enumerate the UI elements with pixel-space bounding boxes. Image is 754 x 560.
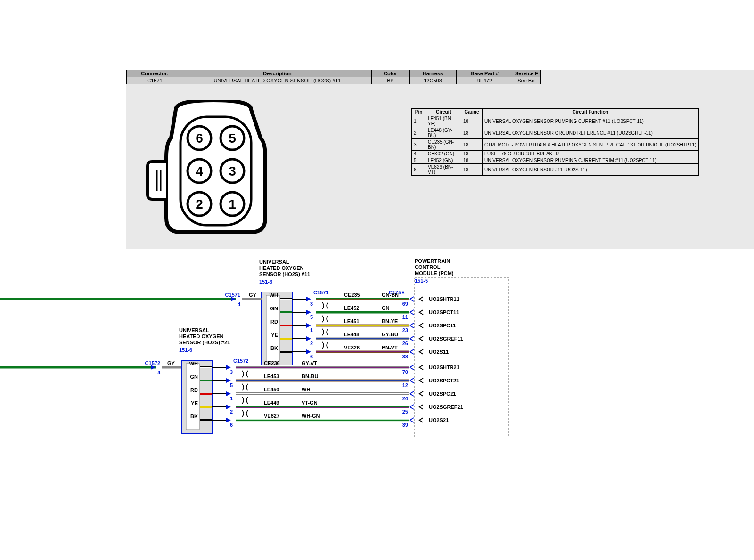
hdr-col: Connector: xyxy=(127,70,183,77)
pt-cell: 18 xyxy=(461,139,483,151)
svg-text:6: 6 xyxy=(230,422,233,428)
svg-text:GY-VT: GY-VT xyxy=(302,360,317,366)
pin-function-table: Pin Circuit Gauge Circuit Function 1LE45… xyxy=(411,108,699,176)
svg-text:UO2S11: UO2S11 xyxy=(429,349,449,355)
svg-text:UO2S21: UO2S21 xyxy=(429,417,449,423)
hdr-val: 9F472 xyxy=(457,77,513,84)
pt-cell: CE235 (GN-BN) xyxy=(426,139,461,151)
svg-text:23: 23 xyxy=(402,327,408,333)
svg-text:BN-VT: BN-VT xyxy=(382,345,398,350)
svg-text:12: 12 xyxy=(402,382,408,388)
svg-text:151-6: 151-6 xyxy=(179,347,192,353)
svg-text:2: 2 xyxy=(310,341,313,346)
svg-text:YE: YE xyxy=(271,332,278,338)
svg-text:6: 6 xyxy=(310,354,313,359)
svg-text:RD: RD xyxy=(270,319,278,325)
pt-cell: 3 xyxy=(412,139,426,151)
svg-text:MODULE (PCM): MODULE (PCM) xyxy=(415,270,454,276)
svg-text:UNIVERSAL: UNIVERSAL xyxy=(179,327,209,333)
pin-num: 2 xyxy=(196,197,203,211)
pt-cell: 1 xyxy=(412,115,426,127)
svg-text:WH: WH xyxy=(189,361,198,366)
svg-text:UO2SHTR21: UO2SHTR21 xyxy=(429,365,459,370)
svg-text:LE449: LE449 xyxy=(264,400,279,406)
svg-text:CONTROL: CONTROL xyxy=(415,264,441,270)
svg-text:SENSOR (HO2S) #21: SENSOR (HO2S) #21 xyxy=(179,340,230,345)
pt-cell: 2 xyxy=(412,127,426,139)
pt-cell: UNIVERSAL OXYGEN SENSOR PUMPING CURRENT … xyxy=(483,115,699,127)
pt-cell: 4 xyxy=(412,151,426,157)
svg-text:LE450: LE450 xyxy=(264,387,279,392)
pt-cell: CBK02 (GN) xyxy=(426,151,461,157)
svg-text:VE826: VE826 xyxy=(344,345,360,350)
svg-text:BN-YE: BN-YE xyxy=(382,318,398,324)
svg-text:CE236: CE236 xyxy=(264,360,280,366)
svg-text:GN: GN xyxy=(270,306,279,311)
pin-num: 6 xyxy=(196,131,203,146)
pt-cell: LE452 (GN) xyxy=(426,157,461,164)
svg-text:UO2SPCT21: UO2SPCT21 xyxy=(429,378,459,383)
svg-text:70: 70 xyxy=(402,369,408,375)
svg-text:HEATED OXYGEN: HEATED OXYGEN xyxy=(259,265,304,271)
svg-text:151-6: 151-6 xyxy=(259,279,272,284)
pin-num: 3 xyxy=(229,164,236,179)
svg-text:11: 11 xyxy=(402,314,408,320)
pin-num: 4 xyxy=(196,164,203,179)
svg-text:BN-BU: BN-BU xyxy=(302,373,318,379)
svg-text:4: 4 xyxy=(238,301,241,307)
hdr-val: UNIVERSAL HEATED OXYGEN SENSOR (HO2S) #1… xyxy=(183,77,372,84)
svg-text:26: 26 xyxy=(402,341,408,346)
svg-text:24: 24 xyxy=(402,396,409,401)
svg-text:LE452: LE452 xyxy=(344,305,359,311)
header-table: Connector: Description Color Harness Bas… xyxy=(126,70,541,84)
svg-text:C1571: C1571 xyxy=(225,292,240,298)
svg-text:5: 5 xyxy=(310,314,313,320)
svg-text:SENSOR (HO2S) #11: SENSOR (HO2S) #11 xyxy=(259,271,310,277)
svg-text:BK: BK xyxy=(270,345,278,351)
svg-text:39: 39 xyxy=(402,422,408,428)
svg-text:3: 3 xyxy=(310,301,313,307)
hdr-val: See Bel xyxy=(513,77,541,84)
svg-text:GY-BU: GY-BU xyxy=(382,332,398,337)
svg-text:1: 1 xyxy=(230,396,233,401)
hdr-col: Base Part # xyxy=(457,70,513,77)
svg-rect-25 xyxy=(186,364,199,430)
svg-text:UO2SPC21: UO2SPC21 xyxy=(429,391,456,397)
svg-text:3: 3 xyxy=(230,369,233,375)
hdr-val: 12C508 xyxy=(410,77,457,84)
svg-text:4: 4 xyxy=(157,370,161,375)
pt-cell: 6 xyxy=(412,164,426,176)
svg-text:151-5: 151-5 xyxy=(415,278,428,284)
pt-cell: 18 xyxy=(461,127,483,139)
svg-text:LE453: LE453 xyxy=(264,373,279,379)
svg-rect-9 xyxy=(415,278,509,438)
svg-text:C1572: C1572 xyxy=(233,358,248,364)
hdr-col: Color xyxy=(372,70,410,77)
pt-cell: VE826 (BN-VT) xyxy=(426,164,461,176)
pt-cell: 5 xyxy=(412,157,426,164)
svg-text:C1571: C1571 xyxy=(313,290,328,295)
svg-text:GN-BN: GN-BN xyxy=(382,292,399,298)
svg-text:38: 38 xyxy=(402,354,408,359)
pt-cell: LE451 (BN-YE) xyxy=(426,115,461,127)
pt-cell: UNIVERSAL OXYGEN SENSOR GROUND REFERENCE… xyxy=(483,127,699,139)
svg-text:GY: GY xyxy=(167,360,175,366)
svg-text:RD: RD xyxy=(190,387,198,393)
svg-text:WH-GN: WH-GN xyxy=(302,413,320,419)
svg-text:YE: YE xyxy=(191,400,198,406)
hdr-val: C1571 xyxy=(127,77,183,84)
svg-rect-19 xyxy=(266,295,279,361)
pt-cell: UNIVERSAL OXYGEN SENSOR #11 (UO2S-11) xyxy=(483,164,699,176)
pin-num: 1 xyxy=(229,197,236,211)
pt-cell: UNIVERSAL OXYGEN SENSOR PUMPING CURRENT … xyxy=(483,157,699,164)
svg-text:BK: BK xyxy=(190,414,198,419)
pt-col: Circuit xyxy=(426,109,461,115)
svg-text:VT-GN: VT-GN xyxy=(302,400,318,406)
svg-text:2: 2 xyxy=(230,409,233,414)
pt-cell: 18 xyxy=(461,157,483,164)
svg-text:UO2SPC11: UO2SPC11 xyxy=(429,323,456,328)
pt-cell: 18 xyxy=(461,151,483,157)
pt-cell: 18 xyxy=(461,115,483,127)
svg-text:GN: GN xyxy=(190,374,198,380)
svg-text:GY: GY xyxy=(249,292,257,298)
